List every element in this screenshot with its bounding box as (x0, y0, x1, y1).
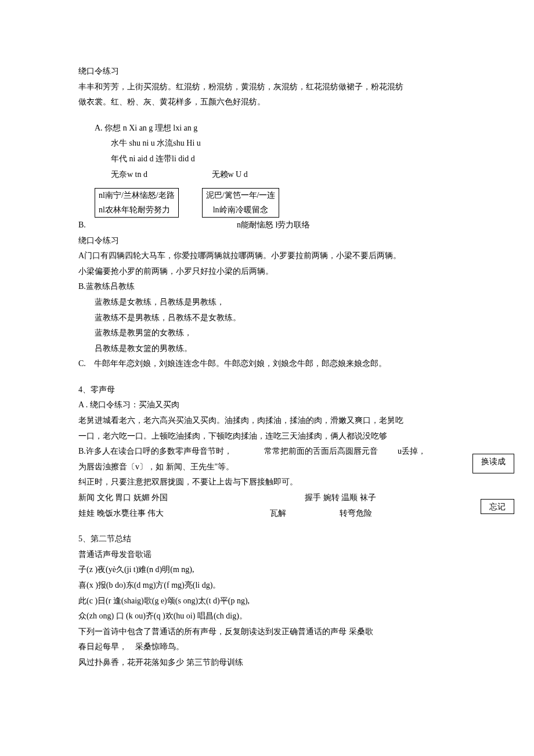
s2-a1: A门口有四辆四轮大马车，你爱拉哪两辆就拉哪两辆。小罗要拉前两辆，小梁不要后两辆。 (78, 248, 467, 264)
s2-b3: 蓝教练是教男篮的女教练， (78, 325, 467, 341)
s4-row2-left: 娃娃 晚饭水甕往事 伟大 (78, 506, 270, 522)
list-a-row4: 无奈w tn d 无赖w U d (78, 167, 467, 183)
nl-right-r2: ln岭南冷暖留念 (202, 203, 279, 218)
s4-a1: A . 绕口令练习：买油又买肉 (78, 397, 467, 413)
list-a-row4-left: 无奈w tn d (111, 167, 210, 183)
s4-b1-b: 常常把前面的舌面后高圆唇元音 (264, 444, 398, 460)
s2-b2: 蓝教练不是男教练，吕教练不是女教练。 (78, 310, 467, 326)
s4-row2-mid: 瓦解 (270, 506, 340, 522)
tongue-twister-line2: 做衣裳。红、粉、灰、黄花样多，五颜六色好混纺。 (78, 95, 467, 110)
s4-words-row2: 娃娃 晚饭水甕往事 伟大 瓦解 转弯危险 (78, 506, 467, 522)
s5-title: 5、第二节总结 (78, 531, 467, 547)
s4-row1-left: 新闻 文化 胃口 妩媚 外国 (78, 490, 305, 506)
tables-after-text: n能耐恼怒 l劳力联络 (237, 220, 310, 229)
list-a-label: A. (95, 124, 103, 132)
list-a-row2: 水牛 shu ni u 水流shu Hi u (78, 136, 467, 151)
s5-l8: 风过扑鼻香，花开花落知多少 第三节韵母训练 (78, 655, 467, 671)
s4-b2: 为唇齿浊擦音〔v〕，如 新闻、王先生"等。 (78, 460, 467, 475)
s2-b-title: B.蓝教练吕教练 (78, 279, 467, 295)
s4-row2-right: 转弯危险 (340, 506, 372, 522)
s2-title: 绕口令练习 (78, 233, 467, 249)
s2-a2: 小梁偏要抢小罗的前两辆，小罗只好拉小梁的后两辆。 (78, 264, 467, 280)
s4-b3: 纠正时，只要注意把双唇拢圆，不要让上齿与下唇接触即可。 (78, 475, 467, 490)
tongue-twister-title: 绕口令练习 (78, 64, 467, 79)
list-b-label: B. (78, 218, 96, 233)
s5-l3: 喜(x )报(b do)东(d mg)方(f mg)亮(li dg)。 (78, 578, 467, 594)
s5-l6: 下列一首诗中包含了普通话的所有声母，反复朗读达到发正确普通话的声母 采桑歌 (78, 624, 467, 640)
s2-b4: 吕教练是教女篮的男教练。 (78, 341, 467, 357)
s4-b1-a: B.许多人在读合口呼的多数零声母音节时， (78, 444, 264, 460)
s4-row1-right: 握手 婉转 温顺 袜子 (305, 490, 376, 506)
side-box-upper: 换读成 (472, 454, 514, 473)
nl-table-right: 泥巴/篱笆一年/一连 ln岭南冷暖留念 (202, 188, 280, 218)
s2-b1: 蓝教练是女教练，吕教练是男教练， (78, 295, 467, 310)
tongue-twister-line1: 丰丰和芳芳，上街买混纺。红混纺，粉混纺，黄混纺，灰混纺，红花混纺做裙子，粉花混纺 (78, 79, 467, 95)
tables-wrapper: nl南宁/兰林恼怒/老路 nl农林年轮耐劳努力 泥巴/篱笆一年/一连 ln岭南冷… (78, 188, 467, 233)
s4-a3: 一口，老六吃一口。上顿吃油揉肉，下顿吃肉揉油，连吃三天油揉肉，俩人都说没吃够 (78, 429, 467, 444)
list-a-row4-right: 无赖w U d (212, 167, 248, 183)
s5-l1: 普通话声母发音歌谣 (78, 547, 467, 563)
s5-l7: 春日起每早， 采桑惊啼鸟。 (78, 639, 467, 655)
s4-b1: B.许多人在读合口呼的多数零声母音节时， 常常把前面的舌面后高圆唇元音 u丢掉， (78, 444, 467, 460)
s5-l4: 此(c )日(r 逢(shaig)歌(g e)颂(s ong)太(t d)平(p… (78, 594, 467, 609)
nl-table-left: nl南宁/兰林恼怒/老路 nl农林年轮耐劳努力 (95, 188, 179, 218)
nl-left-r1: nl南宁/兰林恼怒/老路 (95, 189, 179, 203)
s4-b1-c: u丢掉， (398, 444, 467, 460)
nl-left-r2: nl农林年轮耐劳努力 (95, 203, 179, 218)
s4-title: 4、零声母 (78, 382, 467, 398)
document-page: 绕口令练习 丰丰和芳芳，上街买混纺。红混纺，粉混纺，黄混纺，灰混纺，红花混纺做裙… (0, 0, 534, 756)
s5-l2: 子(z )夜(yè久(ji t)难(n d)明(m ng), (78, 562, 467, 578)
list-a-row3: 年代 ni aid d 连带li did d (78, 151, 467, 167)
s4-words-row1: 新闻 文化 胃口 妩媚 外国 握手 婉转 温顺 袜子 (78, 490, 467, 506)
side-box-lower: 忘记 (481, 499, 514, 514)
s2-c: C. 牛郎年年恋刘娘，刘娘连连念牛郎。牛郎恋刘娘，刘娘念牛郎，郎恋娘来娘念郎。 (78, 356, 467, 372)
tables-b-line: B. n能耐恼怒 l劳力联络 (78, 218, 467, 233)
nl-right-r1: 泥巴/篱笆一年/一连 (202, 189, 279, 203)
list-a-text1: 你想 n Xi an g 理想 lxi an g (104, 124, 197, 132)
s4-a2: 老舅进城看老六，老六高兴买油又买肉。油揉肉，肉揉油，揉油的肉，滑嫩又爽口，老舅吃 (78, 413, 467, 429)
list-a-row1: A. 你想 n Xi an g 理想 lxi an g (78, 121, 467, 136)
s5-l5: 众(zh ong) 口 (k ou)齐(q )欢(hu oi) 唱昌(ch di… (78, 609, 467, 624)
